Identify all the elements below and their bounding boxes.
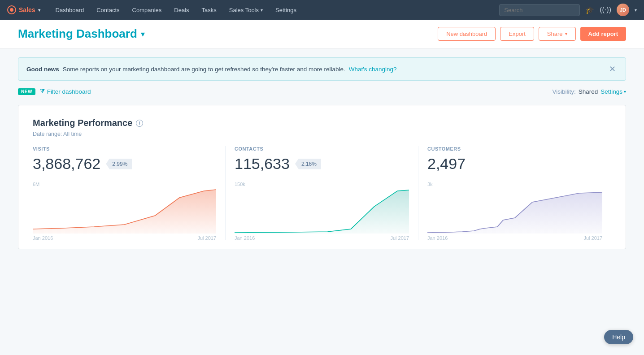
metric-visits: VISITS 3,868,762 2.99% 6M — [33, 146, 226, 240]
card-title-text: Marketing Performance — [33, 118, 132, 128]
svg-marker-3 — [235, 190, 409, 234]
settings-dropdown-icon: ▾ — [624, 89, 626, 94]
visibility-label: Visibility: — [552, 88, 575, 95]
contacts-xend: Jul 2017 — [390, 235, 409, 241]
nav-right: 🎓 ((·)) JD ▾ — [499, 4, 637, 16]
logo[interactable]: Sales ▾ — [7, 5, 40, 14]
visits-label: VISITS — [33, 146, 216, 152]
export-button[interactable]: Export — [500, 27, 534, 41]
marketing-performance-card: Marketing Performance i Date range: All … — [18, 105, 626, 249]
user-dropdown-icon[interactable]: ▾ — [635, 8, 637, 13]
contacts-value-row: 115,633 2.16% — [235, 155, 409, 173]
metrics-grid: VISITS 3,868,762 2.99% 6M — [33, 146, 611, 240]
nav-item-settings[interactable]: Settings — [269, 0, 303, 20]
card-title-row: Marketing Performance i — [33, 118, 611, 128]
alert-link[interactable]: What's changing? — [349, 66, 397, 73]
customers-ymax: 3k — [427, 182, 602, 187]
alert-message: Some reports on your marketing dashboard… — [63, 66, 345, 73]
svg-marker-4 — [427, 192, 602, 234]
alert-content: Good news Some reports on your marketing… — [26, 66, 397, 73]
metric-contacts: CONTACTS 115,633 2.16% 150k — [226, 146, 418, 240]
date-range: Date range: All time — [33, 131, 611, 137]
contacts-chart-svg — [235, 189, 409, 234]
logo-dropdown-icon[interactable]: ▾ — [38, 8, 40, 13]
nav-item-contacts[interactable]: Contacts — [90, 0, 126, 20]
page-title: Marketing Dashboard — [18, 27, 137, 41]
share-dropdown-icon: ▾ — [565, 31, 567, 36]
contacts-xstart: Jan 2016 — [235, 235, 255, 241]
toolbar: NEW ⧩ Filter dashboard Visibility: Share… — [0, 81, 644, 100]
settings-button[interactable]: Settings ▾ — [600, 88, 626, 95]
contacts-chart: 150k Jan 2016 Jul 2017 — [235, 182, 409, 240]
visits-badge: 2.99% — [106, 159, 132, 169]
sales-tools-dropdown-icon: ▾ — [261, 8, 263, 13]
visits-xstart: Jan 2016 — [33, 235, 53, 241]
visits-ymax: 6M — [33, 182, 216, 187]
customers-xstart: Jan 2016 — [427, 235, 448, 241]
info-icon[interactable]: i — [136, 120, 143, 127]
svg-marker-2 — [33, 190, 216, 234]
academy-icon[interactable]: 🎓 — [585, 6, 594, 14]
alert-bold-text: Good news — [26, 66, 59, 73]
nav-item-dashboard[interactable]: Dashboard — [49, 0, 91, 20]
nav-item-deals[interactable]: Deals — [168, 0, 195, 20]
customers-value-row: 2,497 — [427, 155, 602, 173]
visits-value-row: 3,868,762 2.99% — [33, 155, 216, 173]
title-area: Marketing Dashboard ▾ — [18, 27, 145, 41]
notifications-icon[interactable]: ((·)) — [600, 6, 611, 14]
nav-item-companies[interactable]: Companies — [126, 0, 168, 20]
metric-customers: CUSTOMERS 2,497 3k Jan 201 — [418, 146, 611, 240]
nav-items: Dashboard Contacts Companies Deals Tasks… — [49, 0, 500, 20]
visits-xaxis: Jan 2016 Jul 2017 — [33, 235, 216, 241]
contacts-xaxis: Jan 2016 Jul 2017 — [235, 235, 409, 241]
top-navigation: Sales ▾ Dashboard Contacts Companies Dea… — [0, 0, 644, 20]
visits-value: 3,868,762 — [33, 155, 100, 173]
visits-xend: Jul 2017 — [197, 235, 216, 241]
customers-xaxis: Jan 2016 Jul 2017 — [427, 235, 602, 241]
customers-label: CUSTOMERS — [427, 146, 602, 152]
customers-value: 2,497 — [427, 155, 466, 173]
contacts-label: CONTACTS — [235, 146, 409, 152]
filter-icon: ⧩ — [40, 88, 45, 95]
toolbar-right: Visibility: Shared Settings ▾ — [552, 88, 626, 95]
share-button[interactable]: Share ▾ — [539, 27, 576, 41]
contacts-badge: 2.16% — [295, 159, 321, 169]
search-input[interactable] — [499, 4, 580, 16]
title-dropdown-icon[interactable]: ▾ — [141, 29, 145, 39]
filter-dashboard-button[interactable]: ⧩ Filter dashboard — [40, 88, 91, 95]
alert-banner: Good news Some reports on your marketing… — [18, 57, 626, 81]
visits-chart-svg — [33, 189, 216, 234]
new-dashboard-button[interactable]: New dashboard — [438, 27, 496, 41]
svg-point-1 — [10, 8, 13, 12]
add-report-button[interactable]: Add report — [580, 27, 626, 41]
contacts-value: 115,633 — [235, 155, 290, 173]
customers-chart-svg — [427, 189, 602, 234]
visibility-value: Shared — [579, 88, 598, 95]
contacts-ymax: 150k — [235, 182, 409, 187]
header-actions: New dashboard Export Share ▾ Add report — [438, 27, 626, 41]
nav-item-sales-tools[interactable]: Sales Tools ▾ — [223, 0, 269, 20]
visits-chart: 6M Jan 2016 Jul 2017 — [33, 182, 216, 240]
avatar[interactable]: JD — [617, 4, 629, 16]
toolbar-left: NEW ⧩ Filter dashboard — [18, 88, 91, 95]
new-badge: NEW — [18, 88, 35, 95]
logo-text: Sales — [19, 6, 35, 13]
customers-xend: Jul 2017 — [583, 235, 602, 241]
nav-item-tasks[interactable]: Tasks — [196, 0, 223, 20]
customers-chart: 3k Jan 2016 Jul 2017 — [427, 182, 602, 240]
page-header: Marketing Dashboard ▾ New dashboard Expo… — [0, 20, 644, 48]
alert-close-button[interactable]: ✕ — [607, 64, 618, 74]
